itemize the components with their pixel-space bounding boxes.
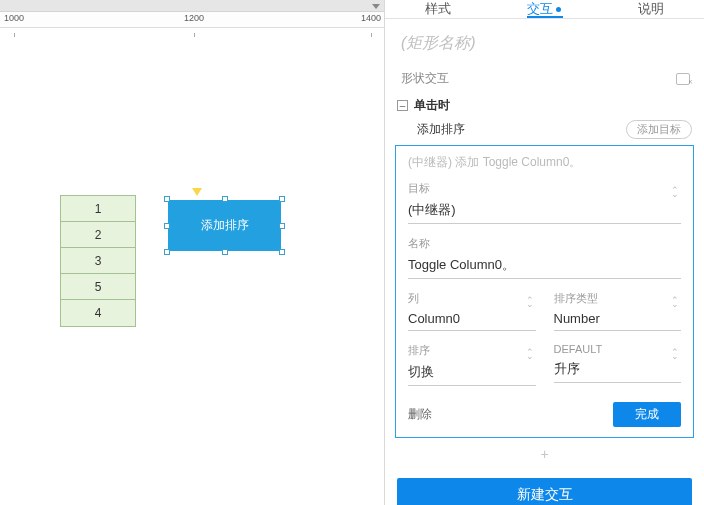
action-add-sort[interactable]: 添加排序 添加目标	[385, 118, 704, 145]
add-target-button[interactable]: 添加目标	[626, 120, 692, 139]
ruler-tick: 1000	[4, 13, 24, 23]
table-row: 2	[61, 222, 135, 248]
add-action-button[interactable]: +	[385, 444, 704, 472]
indicator-dot-icon	[556, 7, 561, 12]
config-description: (中继器) 添加 Toggle Column0。	[408, 154, 681, 171]
field-sort-type[interactable]: 排序类型 Number	[554, 291, 682, 331]
resize-handle[interactable]	[222, 249, 228, 255]
section-label: 形状交互	[401, 70, 449, 87]
repeater-widget[interactable]: 1 2 3 5 4	[60, 195, 136, 327]
resize-handle[interactable]	[164, 196, 170, 202]
column-select[interactable]: Column0	[408, 308, 536, 331]
field-label: 目标	[408, 181, 681, 196]
interaction-editor-icon[interactable]	[676, 73, 690, 85]
canvas-toolbar[interactable]	[0, 0, 384, 12]
event-label: 单击时	[414, 97, 450, 114]
footnote-marker-icon[interactable]	[192, 188, 202, 196]
table-row: 5	[61, 274, 135, 300]
ruler-tick: 1200	[184, 13, 204, 23]
resize-handle[interactable]	[222, 196, 228, 202]
sorttype-select[interactable]: Number	[554, 308, 682, 331]
shape-name-input[interactable]: (矩形名称)	[385, 19, 704, 64]
button-label: 添加排序	[201, 217, 249, 234]
field-label: DEFAULT	[554, 343, 682, 355]
field-column[interactable]: 列 Column0	[408, 291, 536, 331]
tab-style[interactable]: 样式	[385, 0, 491, 18]
active-tab-underline	[527, 16, 563, 18]
resize-handle[interactable]	[279, 223, 285, 229]
selected-button-widget[interactable]: 添加排序	[168, 200, 281, 251]
default-select[interactable]: 升序	[554, 357, 682, 383]
inspector-tabs: 样式 交互 说明	[385, 0, 704, 19]
table-row: 1	[61, 196, 135, 222]
resize-handle[interactable]	[279, 249, 285, 255]
resize-handle[interactable]	[164, 223, 170, 229]
field-label: 列	[408, 291, 536, 306]
tab-notes[interactable]: 说明	[598, 0, 704, 18]
field-target[interactable]: 目标 (中继器)	[408, 181, 681, 224]
field-label: 名称	[408, 236, 681, 251]
field-order[interactable]: 排序 切换	[408, 343, 536, 386]
field-label: 排序	[408, 343, 536, 358]
new-interaction-button[interactable]: 新建交互	[397, 478, 692, 505]
ruler-tick: 1400	[361, 13, 381, 23]
resize-handle[interactable]	[164, 249, 170, 255]
name-input[interactable]: Toggle Column0。	[408, 253, 681, 279]
field-default[interactable]: DEFAULT 升序	[554, 343, 682, 386]
ruler-horizontal: 1000 1200 1400	[0, 12, 384, 28]
canvas-area[interactable]: 1000 1200 1400 1 2 3 5 4 添加排序	[0, 0, 384, 505]
done-button[interactable]: 完成	[613, 402, 681, 427]
inspector-panel: 样式 交互 说明 (矩形名称) 形状交互 – 单击时 添加排序 添加目标 (中继…	[384, 0, 704, 505]
table-row: 4	[61, 300, 135, 326]
section-shape-interactions: 形状交互	[385, 64, 704, 93]
field-name[interactable]: 名称 Toggle Column0。	[408, 236, 681, 279]
event-onclick[interactable]: – 单击时	[385, 93, 704, 118]
action-label: 添加排序	[417, 121, 465, 138]
field-label: 排序类型	[554, 291, 682, 306]
order-select[interactable]: 切换	[408, 360, 536, 386]
action-config-panel: (中继器) 添加 Toggle Column0。 目标 (中继器) 名称 Tog…	[395, 145, 694, 438]
resize-handle[interactable]	[279, 196, 285, 202]
table-row: 3	[61, 248, 135, 274]
collapse-toggle-icon[interactable]: –	[397, 100, 408, 111]
target-select[interactable]: (中继器)	[408, 198, 681, 224]
delete-action-link[interactable]: 删除	[408, 406, 432, 423]
